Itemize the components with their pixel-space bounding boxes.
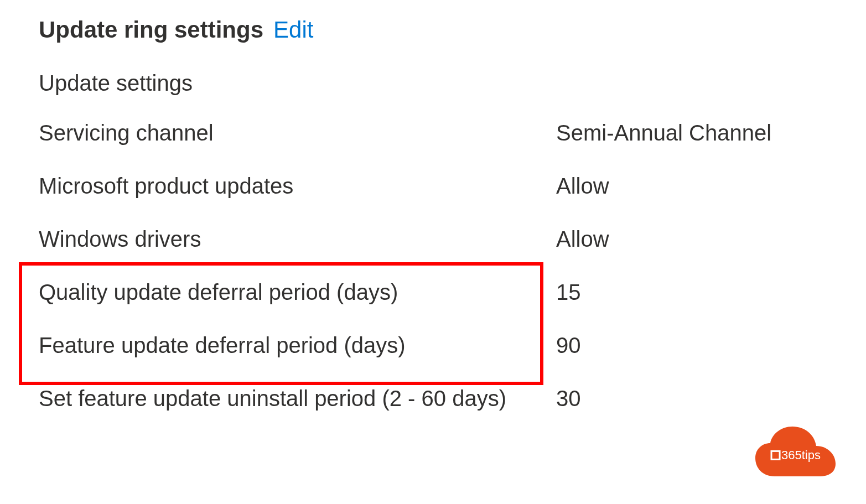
- logo-label: 365tips: [781, 448, 821, 462]
- edit-link[interactable]: Edit: [273, 17, 313, 43]
- setting-value: 30: [556, 383, 581, 413]
- section-header: Update ring settings Edit: [39, 17, 827, 43]
- setting-value: 15: [556, 277, 581, 307]
- setting-row-feature-update-deferral: Feature update deferral period (days) 90: [39, 330, 827, 360]
- setting-row-quality-update-deferral: Quality update deferral period (days) 15: [39, 277, 827, 307]
- office-icon: [770, 450, 780, 460]
- setting-row-feature-update-uninstall: Set feature update uninstall period (2 -…: [39, 383, 827, 413]
- logo-text: 365tips: [770, 448, 821, 462]
- subsection-title: Update settings: [39, 71, 827, 96]
- setting-row-windows-drivers: Windows drivers Allow: [39, 224, 827, 254]
- setting-value: Allow: [556, 224, 609, 254]
- setting-label: Quality update deferral period (days): [39, 277, 556, 307]
- setting-value: Allow: [556, 171, 609, 201]
- setting-row-microsoft-product-updates: Microsoft product updates Allow: [39, 171, 827, 201]
- setting-row-servicing-channel: Servicing channel Semi-Annual Channel: [39, 118, 827, 148]
- setting-label: Microsoft product updates: [39, 171, 556, 201]
- setting-value: 90: [556, 330, 581, 360]
- logo-365tips: 365tips: [753, 424, 838, 482]
- setting-label: Feature update deferral period (days): [39, 330, 556, 360]
- section-title: Update ring settings: [39, 17, 263, 43]
- setting-label: Windows drivers: [39, 224, 556, 254]
- setting-label: Set feature update uninstall period (2 -…: [39, 383, 556, 413]
- setting-value: Semi-Annual Channel: [556, 118, 771, 148]
- setting-label: Servicing channel: [39, 118, 556, 148]
